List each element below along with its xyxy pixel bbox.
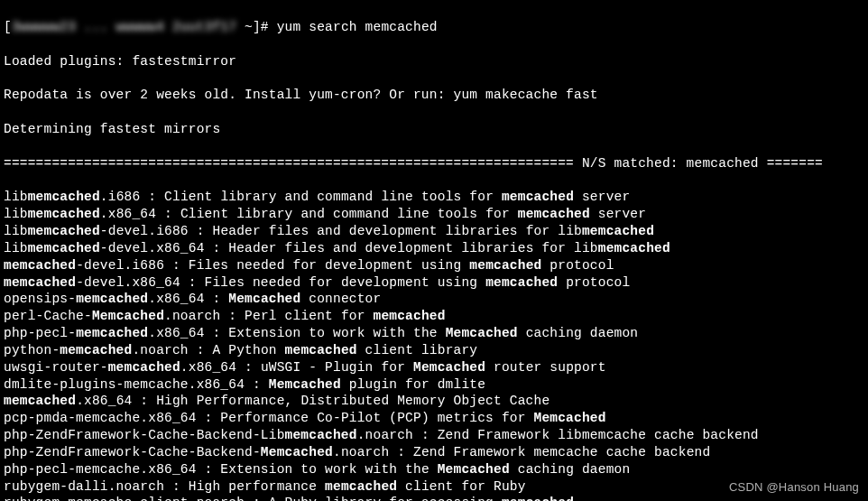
package-line: dmlite-plugins-memcache.x86_64 : Memcach… — [4, 376, 864, 394]
package-line: opensips-memcached.x86_64 : Memcached co… — [4, 291, 864, 308]
package-line: libmemcached-devel.i686 : Header files a… — [4, 223, 864, 240]
preamble-line: Loaded plugins: fastestmirror — [4, 53, 864, 70]
package-line: libmemcached.x86_64 : Client library and… — [4, 206, 864, 223]
package-line: pcp-pmda-memcache.x86_64 : Performance C… — [4, 410, 864, 427]
package-line: php-pecl-memcache.x86_64 : Extension to … — [4, 461, 864, 478]
terminal-output[interactable]: [3wwwww23 ... wwwww4 2uut3f17 ~]# yum se… — [0, 0, 868, 501]
prompt-line: [3wwwww23 ... wwwww4 2uut3f17 ~]# yum se… — [4, 19, 864, 36]
package-line: memcached-devel.x86_64 : Files needed fo… — [4, 274, 864, 292]
prompt-redacted: [3wwwww23 ... wwwww4 2uut3f17 ~]# — [4, 20, 277, 34]
preamble-line: Determining fastest mirrors — [4, 121, 864, 138]
package-line: libmemcached.i686 : Client library and c… — [4, 189, 864, 206]
package-line: php-pecl-memcached.x86_64 : Extension to… — [4, 325, 864, 342]
section-header: ========================================… — [4, 155, 864, 172]
package-line: perl-Cache-Memcached.noarch : Perl clien… — [4, 308, 864, 325]
package-line: python-memcached.noarch : A Python memca… — [4, 342, 864, 359]
package-line: php-ZendFramework-Cache-Backend-Memcache… — [4, 444, 864, 461]
package-line: php-ZendFramework-Cache-Backend-Libmemca… — [4, 427, 864, 444]
watermark: CSDN @Hanson Huang — [729, 480, 859, 496]
package-line: rubygem-memcache-client.noarch : A Ruby … — [4, 495, 864, 501]
preamble-line: Repodata is over 2 weeks old. Install yu… — [4, 87, 864, 104]
package-list: libmemcached.i686 : Client library and c… — [4, 189, 864, 501]
command-text: yum search memcached — [277, 20, 438, 34]
package-line: memcached-devel.i686 : Files needed for … — [4, 257, 864, 274]
package-line: libmemcached-devel.x86_64 : Header files… — [4, 240, 864, 257]
package-line: memcached.x86_64 : High Performance, Dis… — [4, 393, 864, 410]
package-line: uwsgi-router-memcached.x86_64 : uWSGI - … — [4, 359, 864, 376]
